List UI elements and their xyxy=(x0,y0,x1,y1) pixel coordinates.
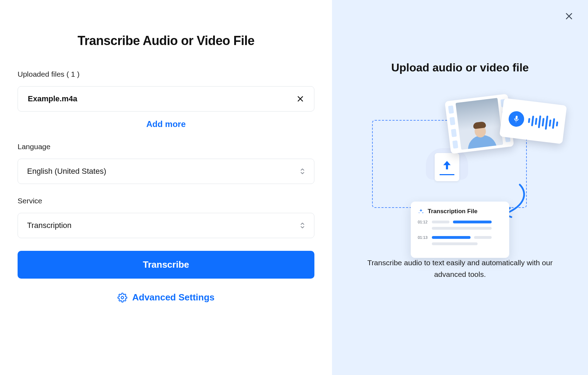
uploaded-prefix: Uploaded files xyxy=(18,70,64,78)
uploaded-file-chip: Example.m4a xyxy=(18,86,314,112)
language-label: Language xyxy=(18,142,314,151)
language-value: English (United States) xyxy=(27,167,106,176)
info-blurb: Transcribe audio to text easily and auto… xyxy=(362,257,558,280)
language-select[interactable]: English (United States) xyxy=(18,159,314,184)
sparkle-icon xyxy=(418,208,424,215)
info-panel: Upload audio or video file xyxy=(332,0,588,375)
page-title: Transcribe Audio or Video File xyxy=(18,33,314,48)
transcript-card-title: Transcription File xyxy=(428,208,478,215)
remove-file-button[interactable] xyxy=(296,95,304,103)
add-more-link[interactable]: Add more xyxy=(18,119,314,129)
updown-chevron-icon xyxy=(300,168,305,175)
waveform-icon xyxy=(527,113,558,131)
updown-chevron-icon xyxy=(300,222,305,229)
close-icon xyxy=(296,95,304,103)
file-name: Example.m4a xyxy=(28,94,77,103)
timestamp-2: 01:13 xyxy=(418,235,428,240)
transcribe-button[interactable]: Transcribe xyxy=(18,251,314,279)
uploaded-count: ( 1 ) xyxy=(66,70,79,78)
svg-point-0 xyxy=(121,296,123,299)
service-select[interactable]: Transcription xyxy=(18,213,314,238)
microphone-icon xyxy=(507,110,525,128)
transcript-card-illustration: Transcription File 01:12 01:13 xyxy=(411,202,509,258)
form-panel: Transcribe Audio or Video File Uploaded … xyxy=(0,0,332,375)
service-label: Service xyxy=(18,197,314,205)
upload-arrow-icon xyxy=(441,159,453,172)
illustration: Transcription File 01:12 01:13 xyxy=(362,95,558,254)
gear-icon xyxy=(117,293,127,303)
audio-card-illustration xyxy=(499,98,567,144)
close-icon xyxy=(564,12,574,21)
advanced-settings-link[interactable]: Advanced Settings xyxy=(18,292,314,303)
uploaded-files-label: Uploaded files ( 1 ) xyxy=(18,70,314,78)
close-button[interactable] xyxy=(563,10,575,23)
advanced-settings-label: Advanced Settings xyxy=(132,292,215,303)
timestamp-1: 01:12 xyxy=(418,220,428,224)
info-title: Upload audio or video file xyxy=(391,61,529,74)
service-value: Transcription xyxy=(27,221,71,230)
